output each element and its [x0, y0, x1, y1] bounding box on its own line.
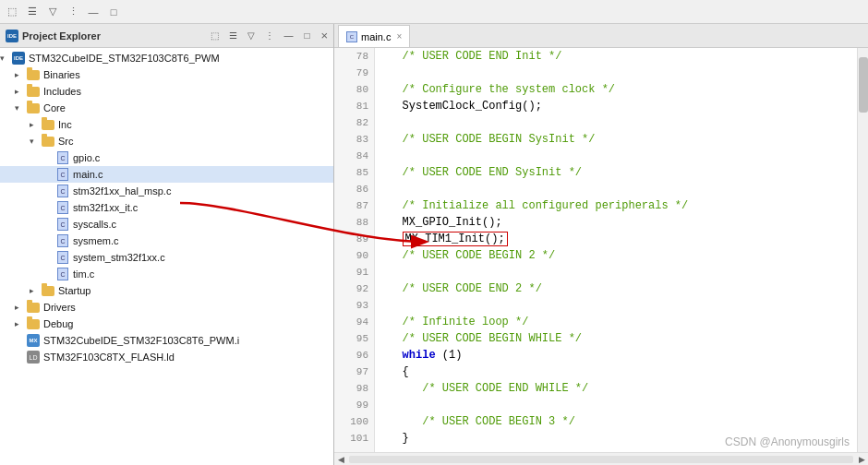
tree-icon: C [55, 234, 70, 247]
tree-item[interactable]: Csyscalls.c [0, 216, 333, 232]
tree-label: STM32CubeIDE_STM32F103C8T6_PWM.i [43, 335, 239, 346]
tree-arrow: ▾ [15, 103, 26, 113]
tree-icon: C [55, 151, 70, 164]
tree-arrow: ▾ [30, 137, 41, 146]
tree-item[interactable]: ▸Drivers [0, 299, 333, 316]
code-line: /* USER CODE END Init */ [382, 48, 850, 65]
tree-label: main.c [73, 169, 102, 180]
code-line: /* USER CODE END 2 */ [382, 280, 850, 297]
tree-item[interactable]: ▾Core [0, 100, 333, 116]
toolbar-icon-filter[interactable]: ▽ [243, 28, 259, 44]
line-number: 83 [334, 131, 374, 148]
code-area[interactable]: /* USER CODE END Init */ /* Configure th… [375, 48, 857, 452]
bottom-scrollbar[interactable]: ◀ ▶ [334, 452, 868, 465]
tab-close-btn[interactable]: × [396, 31, 402, 42]
tree-item[interactable]: Csysmem.c [0, 232, 333, 249]
line-number: 85 [334, 164, 374, 181]
tree-icon: C [55, 218, 70, 231]
tree-item[interactable]: Cmain.c [0, 166, 333, 183]
tree-label: stm32f1xx_hal_msp.c [73, 185, 171, 197]
tree-icon: C [55, 168, 70, 181]
tree-item[interactable]: ▸Inc [0, 116, 333, 133]
tree-item[interactable]: ▾Src [0, 133, 333, 149]
line-number: 96 [334, 347, 374, 364]
line-number: 88 [334, 214, 374, 231]
toolbar-btn-3[interactable]: ▽ [44, 4, 61, 20]
panel-toolbar-icons: ⬚ ☰ ▽ ⋮ — □ [206, 28, 315, 44]
scroll-right-btn[interactable]: ▶ [855, 453, 868, 466]
toolbar-btn-1[interactable]: ⬚ [4, 4, 20, 20]
code-line: /* Configure the system clock */ [382, 81, 850, 98]
tree-label: stm32f1xx_it.c [73, 202, 138, 213]
toolbar-btn-2[interactable]: ☰ [24, 4, 41, 20]
code-line: /* USER CODE BEGIN SysInit */ [382, 131, 850, 148]
tree-label: gpio.c [73, 152, 100, 163]
toolbar-btn-4[interactable]: ⋮ [65, 4, 81, 20]
toolbar-btn-minimize[interactable]: — [85, 4, 102, 20]
line-number: 91 [334, 264, 374, 280]
tree-item[interactable]: ▾IDESTM32CubeIDE_STM32F103C8T6_PWM [0, 50, 333, 66]
code-line [382, 397, 850, 413]
tree-label: system_stm32f1xx.c [73, 252, 165, 263]
code-line: MX_GPIO_Init(); [382, 214, 850, 231]
tree-item[interactable]: ▸Includes [0, 83, 333, 100]
project-explorer-panel: IDE Project Explorer ⬚ ☰ ▽ ⋮ — □ × ▾IDES… [0, 24, 334, 465]
code-line [382, 264, 850, 280]
line-number: 79 [334, 65, 374, 81]
code-line: /* USER CODE END SysInit */ [382, 164, 850, 181]
tree-icon [26, 301, 41, 314]
tree-icon [41, 135, 55, 148]
code-line: /* Initialize all configured peripherals… [382, 197, 850, 214]
tree-icon [26, 317, 41, 330]
tree-label: Drivers [43, 302, 76, 313]
tree-label: Inc [58, 119, 72, 130]
toolbar-icon-maximize[interactable]: □ [298, 28, 315, 44]
tree-label: Debug [43, 318, 73, 329]
line-number: 95 [334, 330, 374, 347]
tree-item[interactable]: ▸Startup [0, 282, 333, 299]
scrollbar-thumb[interactable] [859, 57, 868, 113]
tree-icon: C [55, 251, 70, 264]
tree-label: STM32CubeIDE_STM32F103C8T6_PWM [29, 53, 220, 64]
tree-item[interactable]: Cstm32f1xx_it.c [0, 199, 333, 216]
line-number: 81 [334, 98, 374, 114]
line-number: 100 [334, 413, 374, 430]
tree-item[interactable]: Ctim.c [0, 266, 333, 282]
project-tree: ▾IDESTM32CubeIDE_STM32F103C8T6_PWM▸Binar… [0, 48, 333, 465]
toolbar-icon-1[interactable]: ⬚ [206, 28, 223, 44]
highlight-box: MX_TIM1_Init(); [403, 232, 508, 246]
bottom-scroll-track[interactable] [349, 456, 853, 463]
tree-label: Core [43, 102, 66, 113]
code-line: while (1) [382, 347, 850, 364]
code-line: /* Infinite loop */ [382, 314, 850, 330]
toolbar-icon-minimize[interactable]: — [280, 28, 296, 44]
tree-item[interactable]: ▸Debug [0, 316, 333, 332]
line-number: 90 [334, 247, 374, 264]
panel-close-btn[interactable]: × [320, 29, 328, 42]
toolbar-icon-2[interactable]: ☰ [224, 28, 241, 44]
tree-arrow: ▸ [15, 70, 26, 79]
editor-panel: C main.c × 78798081828384858687888990919… [334, 24, 868, 465]
tree-item[interactable]: MXSTM32CubeIDE_STM32F103C8T6_PWM.i [0, 332, 333, 349]
editor-tab-main[interactable]: C main.c × [338, 25, 410, 47]
line-number: 92 [334, 280, 374, 297]
tree-item[interactable]: Cstm32f1xx_hal_msp.c [0, 183, 333, 199]
code-line: SystemClock_Config(); [382, 98, 850, 114]
toolbar-icon-more[interactable]: ⋮ [261, 28, 278, 44]
tree-item[interactable]: LDSTM32F103C8TX_FLASH.ld [0, 349, 333, 365]
panel-title: Project Explorer [22, 30, 206, 42]
line-number: 97 [334, 364, 374, 380]
tree-arrow: ▸ [30, 286, 41, 295]
tree-label: Src [58, 136, 74, 147]
scroll-left-btn[interactable]: ◀ [334, 453, 347, 466]
scrollbar-right[interactable] [857, 48, 868, 452]
toolbar-btn-maximize[interactable]: □ [105, 4, 122, 20]
line-number: 84 [334, 148, 374, 164]
tree-item[interactable]: ▸Binaries [0, 66, 333, 83]
panel-header: IDE Project Explorer ⬚ ☰ ▽ ⋮ — □ × [0, 24, 333, 48]
tree-label: Includes [43, 86, 81, 97]
tree-item[interactable]: Csystem_stm32f1xx.c [0, 249, 333, 266]
tree-item[interactable]: Cgpio.c [0, 149, 333, 166]
editor-tabs: C main.c × [334, 24, 868, 48]
tree-icon: MX [26, 334, 41, 347]
